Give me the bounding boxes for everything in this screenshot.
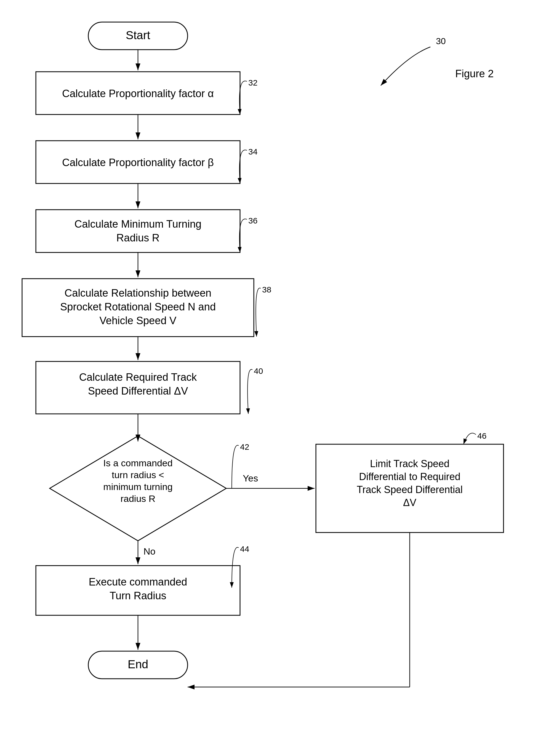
node-46-label-1: Limit Track Speed: [370, 458, 449, 469]
node-44-label-1: Execute commanded: [89, 576, 187, 588]
node-38-label-3: Vehicle Speed V: [100, 315, 177, 326]
node-38-label-1: Calculate Relationship between: [65, 287, 211, 299]
node-42-label-2: turn radius <: [112, 470, 164, 480]
node-42-label-3: minimum turning: [103, 481, 172, 492]
node-46-label-3: Track Speed Differential: [357, 484, 463, 495]
ref-36: 36: [248, 216, 257, 225]
no-label: No: [143, 546, 155, 557]
ref-44: 44: [240, 544, 249, 553]
ref-34: 34: [248, 147, 257, 156]
ref-40: 40: [254, 366, 263, 376]
node-36: [36, 210, 240, 252]
ref-42: 42: [240, 442, 249, 451]
start-label: Start: [126, 29, 150, 42]
node-44-label-2: Turn Radius: [110, 590, 166, 601]
node-42-label-1: Is a commanded: [103, 458, 172, 468]
node-46-label-2: Differential to Required: [359, 471, 460, 482]
yes-label: Yes: [243, 473, 258, 483]
end-label: End: [128, 658, 148, 671]
ref-46: 46: [477, 431, 486, 440]
node-40-label-2: Speed Differential ΔV: [88, 385, 188, 397]
node-42-label-4: radius R: [121, 493, 156, 504]
ref-32: 32: [248, 78, 257, 87]
node-40-label-1: Calculate Required Track: [79, 371, 197, 383]
node-46-label-4: ΔV: [403, 497, 416, 508]
node-38-label-2: Sprocket Rotational Speed N and: [60, 301, 216, 313]
node-32-label: Calculate Proportionality factor α: [62, 88, 214, 99]
node-36-label-1: Calculate Minimum Turning: [74, 218, 201, 230]
ref-30: 30: [436, 36, 446, 46]
ref-38: 38: [262, 285, 271, 294]
diagram-container: Figure 2 30 Start Calculate Proportional…: [0, 0, 546, 756]
figure-label: Figure 2: [455, 68, 494, 79]
node-34-label: Calculate Proportionality factor β: [62, 157, 214, 168]
node-36-label-2: Radius R: [116, 232, 159, 244]
